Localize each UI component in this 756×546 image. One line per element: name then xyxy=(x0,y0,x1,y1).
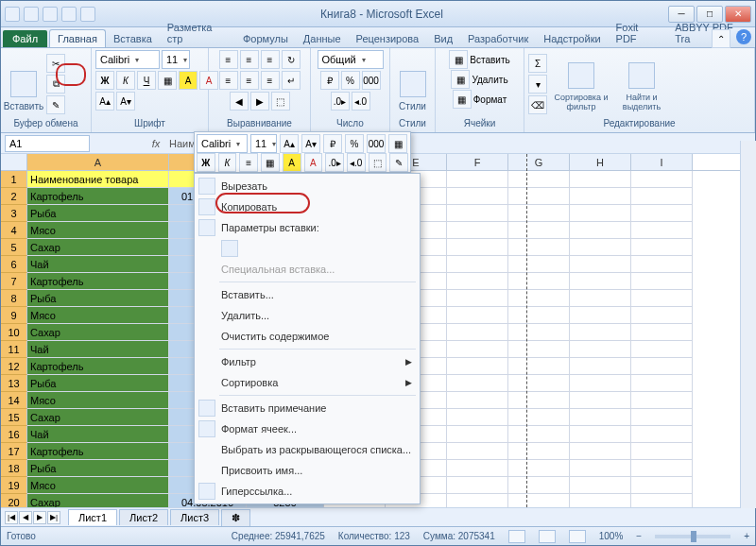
cell[interactable] xyxy=(570,477,631,494)
cell[interactable] xyxy=(447,239,508,256)
ctx-pick-from-list[interactable]: Выбрать из раскрывающегося списка... xyxy=(195,439,420,460)
ctx-insert-comment[interactable]: Вставить примечание xyxy=(195,398,420,418)
row-header[interactable]: 5 xyxy=(1,239,27,256)
cell[interactable] xyxy=(508,205,570,222)
cell[interactable] xyxy=(631,443,693,460)
cell[interactable] xyxy=(508,341,570,358)
fill-color-button[interactable]: A xyxy=(179,71,198,90)
mini-currency-icon[interactable]: ₽ xyxy=(323,134,342,153)
row-header[interactable]: 10 xyxy=(1,324,27,341)
bold-button[interactable]: Ж xyxy=(95,71,114,90)
view-pagelayout-icon[interactable] xyxy=(539,530,556,543)
cell[interactable]: Чай xyxy=(27,341,169,358)
tab-view[interactable]: Вид xyxy=(426,30,460,47)
cell[interactable] xyxy=(631,239,693,256)
cell[interactable] xyxy=(631,460,693,477)
ctx-define-name[interactable]: Присвоить имя... xyxy=(195,460,420,481)
row-header[interactable]: 20 xyxy=(1,494,27,507)
cell[interactable] xyxy=(508,307,570,324)
zoom-level[interactable]: 100% xyxy=(599,531,624,541)
zoom-slider[interactable] xyxy=(655,535,730,538)
increase-decimal-icon[interactable]: .0▸ xyxy=(331,92,350,111)
cell[interactable] xyxy=(570,375,631,392)
cell[interactable] xyxy=(447,443,508,460)
cell[interactable] xyxy=(570,409,631,426)
cell[interactable] xyxy=(570,290,631,307)
row-header[interactable]: 18 xyxy=(1,460,27,477)
cell[interactable] xyxy=(447,460,508,477)
mini-shrink-font-icon[interactable]: A▾ xyxy=(301,134,320,153)
cell[interactable] xyxy=(631,273,693,290)
decrease-indent-icon[interactable]: ◀ xyxy=(230,92,249,111)
view-pagebreak-icon[interactable] xyxy=(569,530,586,543)
number-format-combo[interactable]: Общий xyxy=(318,50,384,69)
mini-comma-icon[interactable]: 000 xyxy=(367,134,386,153)
styles-button[interactable]: Стили xyxy=(394,55,431,113)
tab-insert[interactable]: Вставка xyxy=(106,30,160,47)
cell[interactable] xyxy=(631,171,693,188)
cell[interactable] xyxy=(447,375,508,392)
cell[interactable] xyxy=(447,324,508,341)
cell[interactable] xyxy=(570,273,631,290)
row-header[interactable]: 13 xyxy=(1,375,27,392)
cell[interactable] xyxy=(508,477,570,494)
redo-icon[interactable] xyxy=(61,7,77,22)
cell[interactable] xyxy=(631,205,693,222)
row-header[interactable]: 12 xyxy=(1,358,27,375)
decrease-font-icon[interactable]: A▾ xyxy=(116,92,135,111)
cell[interactable] xyxy=(508,290,570,307)
comma-icon[interactable]: 000 xyxy=(362,71,381,90)
cell[interactable] xyxy=(508,375,570,392)
row-header[interactable]: 4 xyxy=(1,222,27,239)
cut-icon[interactable]: ✂ xyxy=(46,54,65,73)
row-header[interactable]: 15 xyxy=(1,409,27,426)
cell[interactable] xyxy=(508,171,570,188)
cell[interactable]: Мясо xyxy=(27,392,169,409)
row-header[interactable]: 8 xyxy=(1,290,27,307)
ctx-cut[interactable]: Вырезать xyxy=(195,176,420,196)
tab-home[interactable]: Главная xyxy=(49,29,106,47)
mini-italic-button[interactable]: К xyxy=(218,153,237,172)
mini-align-icon[interactable]: ≡ xyxy=(239,153,258,172)
fill-icon[interactable]: ▾ xyxy=(528,75,547,94)
tab-developer[interactable]: Разработчик xyxy=(460,30,536,47)
cell[interactable] xyxy=(570,443,631,460)
cell[interactable] xyxy=(631,477,693,494)
cell[interactable]: Картофель xyxy=(27,443,169,460)
cell[interactable]: Сахар xyxy=(27,409,169,426)
cell[interactable] xyxy=(447,477,508,494)
cell[interactable] xyxy=(631,188,693,205)
paste-button[interactable]: Вставить xyxy=(5,55,43,113)
mini-painter-icon[interactable]: ✎ xyxy=(389,153,408,172)
mini-bold-button[interactable]: Ж xyxy=(197,153,215,172)
cell[interactable] xyxy=(508,426,570,443)
align-top-icon[interactable]: ≡ xyxy=(219,50,238,69)
cell[interactable] xyxy=(447,426,508,443)
copy-icon[interactable]: ⧉ xyxy=(46,75,65,94)
ctx-hyperlink[interactable]: Гиперссылка... xyxy=(195,481,420,502)
cell[interactable] xyxy=(570,460,631,477)
cell[interactable] xyxy=(447,494,508,507)
name-box[interactable]: A1 xyxy=(5,135,90,152)
orientation-icon[interactable]: ↻ xyxy=(282,50,301,69)
cell[interactable] xyxy=(447,222,508,239)
tab-formulas[interactable]: Формулы xyxy=(235,30,296,47)
ctx-clear[interactable]: Очистить содержимое xyxy=(195,326,420,347)
mini-size-combo[interactable]: 11 xyxy=(250,134,277,153)
cell[interactable] xyxy=(447,273,508,290)
align-center-icon[interactable]: ≡ xyxy=(240,71,259,90)
cell[interactable] xyxy=(447,205,508,222)
merge-cells-icon[interactable]: ⬚ xyxy=(271,92,290,111)
cell[interactable]: Рыба xyxy=(27,290,169,307)
cell[interactable] xyxy=(570,205,631,222)
find-select-button[interactable]: Найти и выделить xyxy=(615,55,668,113)
cell[interactable] xyxy=(631,290,693,307)
tab-data[interactable]: Данные xyxy=(296,30,349,47)
cell[interactable] xyxy=(508,460,570,477)
column-header-a[interactable]: A xyxy=(27,154,169,170)
cell[interactable] xyxy=(570,392,631,409)
cell[interactable] xyxy=(508,256,570,273)
ctx-sort[interactable]: Сортировка▶ xyxy=(195,372,420,393)
column-header-i[interactable]: I xyxy=(631,154,693,170)
cell[interactable] xyxy=(447,307,508,324)
